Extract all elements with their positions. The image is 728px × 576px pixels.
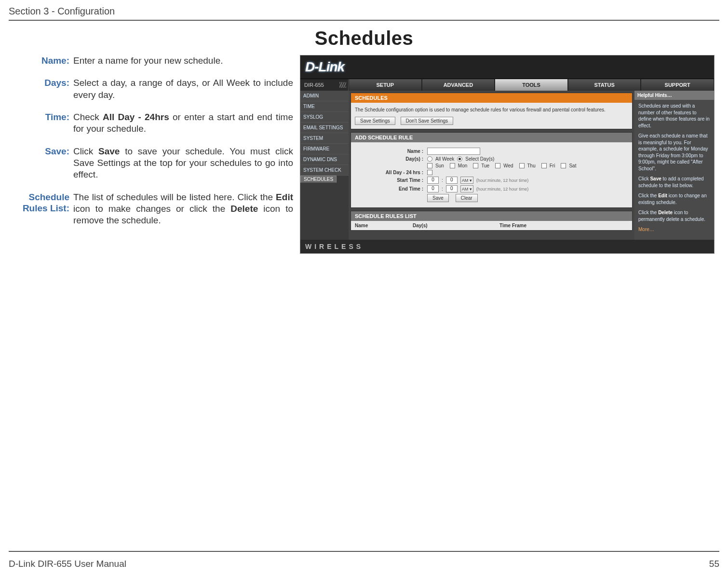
- name-input[interactable]: [427, 148, 480, 155]
- leftnav-item[interactable]: TIME: [300, 101, 349, 112]
- day-checkbox-tue[interactable]: [473, 163, 478, 168]
- definition-row: Time:Check All Day - 24hrs or enter a st…: [9, 111, 293, 135]
- allday-label: All Day - 24 hrs :: [355, 170, 427, 175]
- router-tab-status[interactable]: STATUS: [568, 79, 641, 91]
- row-end-time: End Time : 0 : 0 AM ▾ (hour:minute, 12 h…: [355, 185, 628, 192]
- router-tab-support[interactable]: SUPPORT: [641, 79, 714, 91]
- schedule-rules-list-columns: Name Day(s) Time Frame: [351, 221, 632, 230]
- end-min-input[interactable]: 0: [446, 185, 458, 192]
- end-time-hint: (hour:minute, 12 hour time): [476, 187, 529, 192]
- definition-row: Days:Select a day, a range of days, or A…: [9, 77, 293, 101]
- end-hour-input[interactable]: 0: [427, 185, 439, 192]
- day-checkbox-fri[interactable]: [541, 163, 547, 168]
- hint-p4: Click the Edit icon to change an existin…: [638, 192, 710, 206]
- router-tab-tools[interactable]: TOOLS: [495, 79, 568, 91]
- schedules-description: The Schedule configuration option is use…: [355, 107, 628, 113]
- router-topbar: D-Link: [300, 55, 714, 79]
- schedule-save-button[interactable]: Save: [427, 194, 449, 202]
- helpful-hints-panel: Helpful Hints… Schedules are used with a…: [634, 91, 714, 240]
- schedule-rules-list-box: SCHEDULE RULES LIST Name Day(s) Time Fra…: [351, 211, 633, 231]
- definition-row: Save:Click Save to save your schedule. Y…: [9, 146, 293, 181]
- schedules-box-header: SCHEDULES: [351, 93, 632, 103]
- definition-text: Check All Day - 24hrs or enter a start a…: [73, 111, 293, 135]
- day-label: Sun: [435, 163, 444, 168]
- add-schedule-rule-body: Name : Day(s) : All Week Select Day(s): [351, 142, 632, 207]
- day-label: Sat: [569, 163, 576, 168]
- router-tab-setup[interactable]: SETUP: [349, 79, 422, 91]
- wireless-footer-label: WIRELESS: [300, 240, 714, 253]
- helpful-hints-header: Helpful Hints…: [634, 91, 714, 100]
- router-model-label: DIR-655: [300, 79, 349, 91]
- router-tabs: SETUPADVANCEDTOOLSSTATUSSUPPORT: [349, 79, 714, 91]
- leftnav-item[interactable]: SYSLOG: [300, 112, 349, 123]
- selectdays-radio[interactable]: [457, 156, 462, 162]
- name-label: Name :: [355, 149, 427, 154]
- col-days: Day(s): [413, 223, 499, 228]
- end-ampm-select[interactable]: AM ▾: [460, 185, 473, 192]
- day-label: Tue: [481, 163, 489, 168]
- leftnav-item[interactable]: SCHEDULES: [300, 176, 337, 183]
- colon: :: [442, 186, 443, 192]
- dont-save-settings-button[interactable]: Don't Save Settings: [401, 117, 454, 125]
- schedule-rules-list-header: SCHEDULE RULES LIST: [351, 211, 632, 221]
- days-label: Day(s) :: [355, 156, 427, 162]
- day-label: Fri: [550, 163, 555, 168]
- row-day-checkboxes: SunMonTueWedThuFriSat: [355, 163, 628, 168]
- save-settings-button[interactable]: Save Settings: [355, 117, 395, 125]
- leftnav-item[interactable]: SYSTEM CHECK: [300, 165, 349, 176]
- leftnav-item[interactable]: EMAIL SETTINGS: [300, 123, 349, 133]
- leftnav-item[interactable]: DYNAMIC DNS: [300, 154, 349, 165]
- row-days: Day(s) : All Week Select Day(s): [355, 156, 628, 162]
- day-checkbox-wed[interactable]: [495, 163, 500, 168]
- day-checkbox-sat[interactable]: [561, 163, 566, 168]
- allweek-radio[interactable]: [427, 156, 432, 162]
- definition-label: Name:: [9, 55, 73, 67]
- leftnav-item[interactable]: SYSTEM: [300, 133, 349, 144]
- start-hour-input[interactable]: 0: [427, 177, 439, 184]
- definition-row: Name:Enter a name for your new schedule.: [9, 55, 293, 67]
- schedule-clear-button[interactable]: Clear: [456, 194, 478, 202]
- day-checkboxes: SunMonTueWedThuFriSat: [427, 163, 628, 168]
- selectdays-label: Select Day(s): [465, 156, 494, 162]
- schedules-box: SCHEDULES The Schedule configuration opt…: [351, 93, 633, 129]
- day-checkbox-sun[interactable]: [427, 163, 432, 168]
- router-model-text: DIR-655: [304, 82, 324, 88]
- content-row: Name:Enter a name for your new schedule.…: [9, 55, 719, 254]
- page-footer: D-Link DIR-655 User Manual 55: [9, 551, 719, 569]
- router-main-row: ADMINTIMESYSLOGEMAIL SETTINGSSYSTEMFIRMW…: [300, 91, 714, 240]
- definition-label: Time:: [9, 111, 73, 135]
- section-header: Section 3 - Configuration: [9, 6, 719, 20]
- hint-p2: Give each schedule a name that is meanin…: [638, 133, 710, 172]
- day-checkbox-thu[interactable]: [519, 163, 525, 168]
- divider-bottom: [9, 551, 719, 552]
- leftnav-item[interactable]: ADMIN: [300, 91, 349, 101]
- end-time-label: End Time :: [355, 186, 427, 192]
- router-tab-row: DIR-655 SETUPADVANCEDTOOLSSTATUSSUPPORT: [300, 79, 714, 91]
- definition-label: Schedule Rules List:: [9, 192, 73, 227]
- hint-p5: Click the Delete icon to permanently del…: [638, 209, 710, 222]
- definition-label: Days:: [9, 77, 73, 101]
- start-time-label: Start Time :: [355, 178, 427, 183]
- day-label: Thu: [527, 163, 536, 168]
- dlink-logo-text: D-Link: [305, 59, 344, 75]
- allday-checkbox[interactable]: [427, 170, 432, 175]
- start-ampm-select[interactable]: AM ▾: [460, 177, 473, 184]
- day-checkbox-mon[interactable]: [450, 163, 455, 168]
- definition-text: Click Save to save your schedule. You mu…: [73, 146, 293, 181]
- definition-text: The list of schedules will be listed her…: [73, 192, 293, 227]
- start-min-input[interactable]: 0: [446, 177, 458, 184]
- definitions-column: Name:Enter a name for your new schedule.…: [9, 55, 293, 237]
- router-ui-screenshot: D-Link DIR-655 SETUPADVANCEDTOOLSSTATUSS…: [300, 55, 715, 254]
- definition-label: Save:: [9, 146, 73, 181]
- dlink-logo: D-Link: [305, 59, 344, 75]
- footer-page-number: 55: [709, 559, 719, 569]
- start-time-hint: (hour:minute, 12 hour time): [476, 178, 529, 183]
- row-start-time: Start Time : 0 : 0 AM ▾ (hour:minute, 12…: [355, 177, 628, 184]
- router-tab-advanced[interactable]: ADVANCED: [422, 79, 495, 91]
- schedules-box-body: The Schedule configuration option is use…: [351, 103, 632, 129]
- helpful-hints-body: Schedules are used with a number of othe…: [634, 100, 714, 240]
- hint-more-link[interactable]: More…: [638, 226, 710, 233]
- leftnav-item[interactable]: FIRMWARE: [300, 144, 349, 154]
- row-allday: All Day - 24 hrs :: [355, 170, 628, 175]
- hint-p3: Click Save to add a completed schedule t…: [638, 176, 710, 189]
